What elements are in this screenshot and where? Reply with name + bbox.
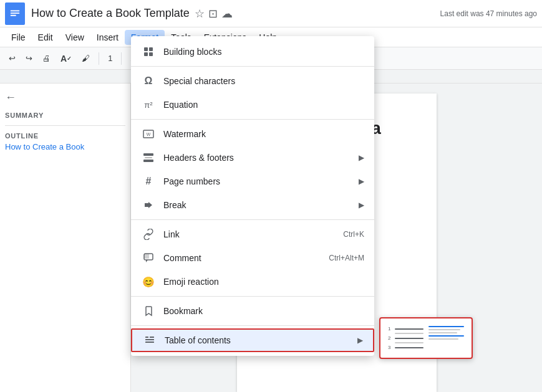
break-arrow: ▶ [359,201,364,209]
sidebar-back: ← [5,91,125,104]
bookmark-label: Bookmark [163,306,364,316]
summary-label: SUMMARY [5,112,125,119]
svg-rect-17 [145,342,154,343]
menu-equation[interactable]: π² Equation [131,93,374,117]
watermark-icon: W [141,128,156,140]
menu-insert[interactable]: Insert [90,30,125,45]
menu-break[interactable]: Break ▶ [131,193,374,217]
page-numbers-label: Page numbers [163,176,359,186]
svg-rect-18 [150,337,154,338]
table-of-contents-label: Table of contents [165,335,357,345]
redo-button[interactable]: ↪ [22,52,36,64]
menu-edit[interactable]: Edit [32,30,59,45]
menu-page-numbers[interactable]: # Page numbers ▶ [131,170,374,193]
emoji-reaction-label: Emoji reaction [163,277,364,287]
outline-section: OUTLINE How to Create a Book [5,132,125,151]
print-button[interactable]: 🖨 [39,52,54,64]
building-blocks-label: Building blocks [163,47,364,57]
dropdown-divider-4 [131,296,374,297]
link-icon [141,229,156,240]
toolbar-separator-1 [99,52,99,65]
star-icon[interactable]: ☆ [195,7,205,21]
link-shortcut: Ctrl+K [343,230,364,239]
spellcheck-button[interactable]: A✓ [57,52,75,65]
headers-footers-label: Headers & footers [163,153,359,163]
menu-file[interactable]: File [5,30,32,45]
headers-footers-icon [141,152,156,163]
break-label: Break [163,200,359,210]
break-icon [141,199,156,211]
top-bar: How to Create a Book Template ☆ ⊡ ☁ Last… [0,0,542,27]
last-edit-text: Last edit was 47 minutes ago [440,9,537,18]
svg-rect-3 [11,14,16,16]
svg-rect-2 [11,12,20,14]
dropdown-divider-3 [131,219,374,220]
svg-rect-5 [149,47,153,51]
menu-special-characters[interactable]: Ω Special characters [131,69,374,93]
comment-shortcut: Ctrl+Alt+M [329,254,364,262]
sidebar: ← SUMMARY OUTLINE How to Create a Book [0,84,131,392]
svg-rect-1 [11,10,20,11]
svg-rect-15 [145,337,148,338]
menu-headers-footers[interactable]: Headers & footers ▶ [131,146,374,170]
svg-rect-14 [144,254,149,259]
menu-building-blocks[interactable]: Building blocks [131,40,374,64]
toc-option-numbered[interactable]: 1 2 3 [388,326,423,350]
page-numbers-arrow: ▶ [359,177,364,186]
svg-rect-7 [149,52,153,56]
toc-submenu-preview: 1 2 3 [379,317,473,359]
document-title: How to Create a Book Template [31,7,190,20]
menu-bookmark[interactable]: Bookmark [131,299,374,323]
svg-rect-4 [144,47,148,51]
dropdown-divider-2 [131,119,374,120]
svg-rect-10 [143,153,153,156]
outline-label: OUTLINE [5,132,125,140]
undo-button[interactable]: ↩ [5,52,19,64]
special-characters-label: Special characters [163,76,364,86]
watermark-label: Watermark [163,129,364,139]
outline-item[interactable]: How to Create a Book [5,142,125,151]
menu-emoji-reaction[interactable]: 😊 Emoji reaction [131,270,374,294]
headers-footers-arrow: ▶ [359,153,364,162]
special-characters-icon: Ω [141,75,156,87]
page-numbers-icon: # [141,176,156,187]
equation-icon: π² [141,100,156,110]
comment-label: Comment [163,253,329,263]
google-docs-icon [5,2,25,25]
table-of-contents-icon [142,335,157,346]
cloud-icon[interactable]: ☁ [221,7,233,21]
svg-rect-16 [145,339,154,340]
sidebar-divider-1 [5,125,125,126]
dropdown-divider-1 [131,66,374,67]
svg-text:W: W [147,132,151,136]
building-blocks-icon [141,46,156,57]
table-of-contents-arrow: ▶ [357,336,363,345]
menu-link[interactable]: Link Ctrl+K [131,222,374,246]
paint-format-button[interactable]: 🖌 [78,52,94,64]
menu-comment[interactable]: Comment Ctrl+Alt+M [131,246,374,270]
emoji-reaction-icon: 😊 [141,276,156,288]
zoom-field[interactable]: 1 [104,52,116,64]
bookmark-icon [141,305,156,317]
comment-icon [141,252,156,264]
toolbar-separator-2 [121,52,122,65]
toc-option-linked[interactable] [428,326,464,350]
insert-dropdown: Building blocks Ω Special characters π² … [131,36,374,356]
dropdown-divider-5 [131,325,374,326]
menu-watermark[interactable]: W Watermark [131,122,374,146]
equation-label: Equation [163,100,364,110]
svg-rect-11 [143,160,153,162]
title-action-icons: ☆ ⊡ ☁ [195,7,233,21]
svg-rect-12 [145,157,152,158]
back-arrow-icon[interactable]: ← [5,91,16,104]
move-icon[interactable]: ⊡ [208,7,218,21]
menu-table-of-contents[interactable]: Table of contents ▶ 1 2 [131,328,374,352]
svg-rect-6 [144,52,148,56]
link-label: Link [163,229,343,239]
menu-view[interactable]: View [59,30,90,45]
